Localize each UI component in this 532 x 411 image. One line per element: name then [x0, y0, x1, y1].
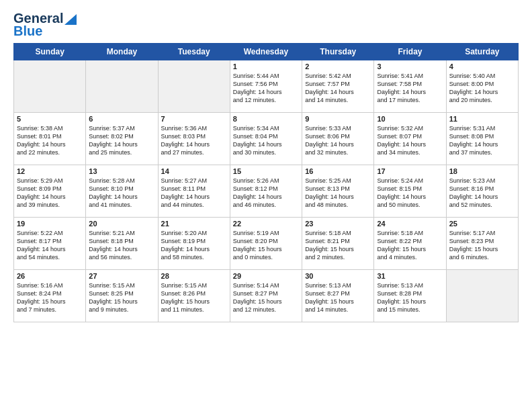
- calendar-table: SundayMondayTuesdayWednesdayThursdayFrid…: [13, 43, 519, 322]
- day-number: 25: [449, 220, 515, 228]
- calendar-cell: 2Sunrise: 5:42 AM Sunset: 7:57 PM Daylig…: [302, 60, 374, 113]
- calendar-cell: [14, 60, 86, 113]
- calendar-cell: 10Sunrise: 5:32 AM Sunset: 8:07 PM Dayli…: [374, 113, 446, 165]
- col-header-sunday: Sunday: [14, 44, 86, 60]
- day-info: Sunrise: 5:24 AM Sunset: 8:15 PM Dayligh…: [377, 177, 443, 210]
- day-number: 21: [161, 220, 227, 228]
- day-info: Sunrise: 5:23 AM Sunset: 8:16 PM Dayligh…: [449, 177, 515, 210]
- day-number: 14: [161, 167, 227, 175]
- calendar-cell: 22Sunrise: 5:19 AM Sunset: 8:20 PM Dayli…: [230, 218, 302, 270]
- day-info: Sunrise: 5:22 AM Sunset: 8:17 PM Dayligh…: [17, 229, 83, 262]
- day-number: 31: [377, 272, 443, 280]
- day-number: 3: [377, 62, 443, 71]
- col-header-wednesday: Wednesday: [230, 44, 302, 60]
- day-info: Sunrise: 5:16 AM Sunset: 8:24 PM Dayligh…: [17, 281, 83, 314]
- day-number: 1: [233, 62, 299, 71]
- day-number: 7: [161, 115, 227, 123]
- calendar-cell: 3Sunrise: 5:41 AM Sunset: 7:58 PM Daylig…: [374, 60, 446, 113]
- day-info: Sunrise: 5:15 AM Sunset: 8:25 PM Dayligh…: [89, 281, 154, 314]
- day-info: Sunrise: 5:20 AM Sunset: 8:19 PM Dayligh…: [161, 229, 227, 262]
- calendar-cell: 6Sunrise: 5:37 AM Sunset: 8:02 PM Daylig…: [86, 113, 158, 165]
- day-info: Sunrise: 5:44 AM Sunset: 7:56 PM Dayligh…: [233, 72, 299, 105]
- calendar-cell: 11Sunrise: 5:31 AM Sunset: 8:08 PM Dayli…: [446, 113, 518, 165]
- header: General Blue: [13, 11, 519, 39]
- calendar-cell: 14Sunrise: 5:27 AM Sunset: 8:11 PM Dayli…: [158, 165, 230, 218]
- col-header-thursday: Thursday: [302, 44, 374, 60]
- logo-blue: Blue: [13, 24, 42, 39]
- calendar-cell: 16Sunrise: 5:25 AM Sunset: 8:13 PM Dayli…: [302, 165, 374, 218]
- calendar-cell: 27Sunrise: 5:15 AM Sunset: 8:25 PM Dayli…: [86, 270, 158, 322]
- week-row-5: 26Sunrise: 5:16 AM Sunset: 8:24 PM Dayli…: [14, 270, 519, 322]
- day-info: Sunrise: 5:27 AM Sunset: 8:11 PM Dayligh…: [161, 177, 227, 210]
- day-info: Sunrise: 5:17 AM Sunset: 8:23 PM Dayligh…: [449, 229, 515, 262]
- calendar-cell: 8Sunrise: 5:34 AM Sunset: 8:04 PM Daylig…: [230, 113, 302, 165]
- calendar-cell: 4Sunrise: 5:40 AM Sunset: 8:00 PM Daylig…: [446, 60, 518, 113]
- calendar-cell: 9Sunrise: 5:33 AM Sunset: 8:06 PM Daylig…: [302, 113, 374, 165]
- calendar-cell: 29Sunrise: 5:14 AM Sunset: 8:27 PM Dayli…: [230, 270, 302, 322]
- col-header-friday: Friday: [374, 44, 446, 60]
- calendar-cell: 31Sunrise: 5:13 AM Sunset: 8:28 PM Dayli…: [374, 270, 446, 322]
- day-info: Sunrise: 5:15 AM Sunset: 8:26 PM Dayligh…: [161, 281, 227, 314]
- week-row-2: 5Sunrise: 5:38 AM Sunset: 8:01 PM Daylig…: [14, 113, 519, 165]
- calendar-cell: 5Sunrise: 5:38 AM Sunset: 8:01 PM Daylig…: [14, 113, 86, 165]
- day-number: 5: [17, 115, 83, 123]
- day-info: Sunrise: 5:33 AM Sunset: 8:06 PM Dayligh…: [305, 124, 371, 157]
- day-info: Sunrise: 5:14 AM Sunset: 8:27 PM Dayligh…: [233, 281, 299, 314]
- day-number: 12: [17, 167, 83, 175]
- day-info: Sunrise: 5:38 AM Sunset: 8:01 PM Dayligh…: [17, 124, 83, 157]
- week-row-3: 12Sunrise: 5:29 AM Sunset: 8:09 PM Dayli…: [14, 165, 519, 218]
- day-number: 28: [161, 272, 227, 280]
- calendar-cell: 26Sunrise: 5:16 AM Sunset: 8:24 PM Dayli…: [14, 270, 86, 322]
- logo-arrow-icon: [64, 14, 77, 25]
- day-info: Sunrise: 5:13 AM Sunset: 8:27 PM Dayligh…: [305, 281, 371, 314]
- day-number: 24: [377, 220, 443, 228]
- week-row-1: 1Sunrise: 5:44 AM Sunset: 7:56 PM Daylig…: [14, 60, 519, 113]
- calendar-cell: 7Sunrise: 5:36 AM Sunset: 8:03 PM Daylig…: [158, 113, 230, 165]
- page: General Blue SundayMondayTuesdayWednesda…: [0, 0, 532, 411]
- day-info: Sunrise: 5:40 AM Sunset: 8:00 PM Dayligh…: [449, 72, 515, 105]
- day-info: Sunrise: 5:19 AM Sunset: 8:20 PM Dayligh…: [233, 229, 299, 262]
- day-info: Sunrise: 5:37 AM Sunset: 8:02 PM Dayligh…: [89, 124, 154, 157]
- day-number: 6: [89, 115, 154, 123]
- day-info: Sunrise: 5:28 AM Sunset: 8:10 PM Dayligh…: [89, 177, 154, 210]
- calendar-cell: 15Sunrise: 5:26 AM Sunset: 8:12 PM Dayli…: [230, 165, 302, 218]
- calendar-cell: 28Sunrise: 5:15 AM Sunset: 8:26 PM Dayli…: [158, 270, 230, 322]
- day-number: 20: [89, 220, 154, 228]
- day-info: Sunrise: 5:34 AM Sunset: 8:04 PM Dayligh…: [233, 124, 299, 157]
- day-info: Sunrise: 5:25 AM Sunset: 8:13 PM Dayligh…: [305, 177, 371, 210]
- day-number: 18: [449, 167, 515, 175]
- day-number: 9: [305, 115, 371, 123]
- calendar-cell: 13Sunrise: 5:28 AM Sunset: 8:10 PM Dayli…: [86, 165, 158, 218]
- day-info: Sunrise: 5:41 AM Sunset: 7:58 PM Dayligh…: [377, 72, 443, 105]
- day-number: 26: [17, 272, 83, 280]
- calendar-cell: 23Sunrise: 5:18 AM Sunset: 8:21 PM Dayli…: [302, 218, 374, 270]
- calendar-cell: 1Sunrise: 5:44 AM Sunset: 7:56 PM Daylig…: [230, 60, 302, 113]
- header-row: SundayMondayTuesdayWednesdayThursdayFrid…: [14, 44, 519, 60]
- day-info: Sunrise: 5:36 AM Sunset: 8:03 PM Dayligh…: [161, 124, 227, 157]
- day-info: Sunrise: 5:31 AM Sunset: 8:08 PM Dayligh…: [449, 124, 515, 157]
- day-number: 19: [17, 220, 83, 228]
- calendar-cell: 18Sunrise: 5:23 AM Sunset: 8:16 PM Dayli…: [446, 165, 518, 218]
- col-header-saturday: Saturday: [446, 44, 518, 60]
- calendar-cell: 25Sunrise: 5:17 AM Sunset: 8:23 PM Dayli…: [446, 218, 518, 270]
- day-number: 30: [305, 272, 371, 280]
- col-header-monday: Monday: [86, 44, 158, 60]
- day-info: Sunrise: 5:32 AM Sunset: 8:07 PM Dayligh…: [377, 124, 443, 157]
- calendar-cell: 17Sunrise: 5:24 AM Sunset: 8:15 PM Dayli…: [374, 165, 446, 218]
- day-info: Sunrise: 5:26 AM Sunset: 8:12 PM Dayligh…: [233, 177, 299, 210]
- calendar-cell: 19Sunrise: 5:22 AM Sunset: 8:17 PM Dayli…: [14, 218, 86, 270]
- day-info: Sunrise: 5:29 AM Sunset: 8:09 PM Dayligh…: [17, 177, 83, 210]
- col-header-tuesday: Tuesday: [158, 44, 230, 60]
- calendar-cell: 12Sunrise: 5:29 AM Sunset: 8:09 PM Dayli…: [14, 165, 86, 218]
- week-row-4: 19Sunrise: 5:22 AM Sunset: 8:17 PM Dayli…: [14, 218, 519, 270]
- logo: General Blue: [13, 11, 77, 39]
- day-info: Sunrise: 5:21 AM Sunset: 8:18 PM Dayligh…: [89, 229, 154, 262]
- calendar-cell: [86, 60, 158, 113]
- day-number: 11: [449, 115, 515, 123]
- day-number: 10: [377, 115, 443, 123]
- day-info: Sunrise: 5:42 AM Sunset: 7:57 PM Dayligh…: [305, 72, 371, 105]
- calendar-cell: 20Sunrise: 5:21 AM Sunset: 8:18 PM Dayli…: [86, 218, 158, 270]
- svg-marker-0: [64, 14, 77, 25]
- day-number: 4: [449, 62, 515, 71]
- day-number: 13: [89, 167, 154, 175]
